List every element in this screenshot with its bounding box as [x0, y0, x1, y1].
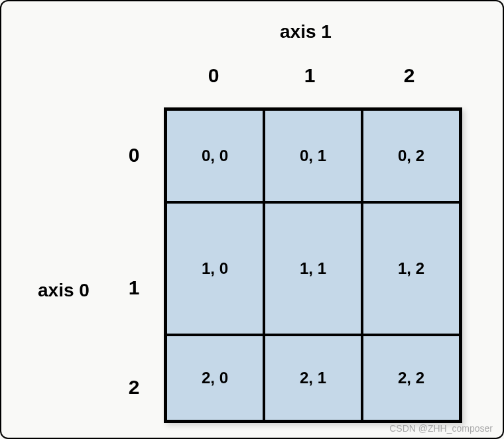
col-header-0: 0: [200, 64, 227, 87]
row-header-2: 2: [121, 376, 147, 399]
diagram-container: axis 1 axis 0 0 1 2 0 1 2 0, 0 0, 1 0, 2…: [34, 15, 472, 426]
row-header-0: 0: [121, 144, 147, 166]
col-header-2: 2: [396, 64, 422, 87]
col-header-1: 1: [296, 64, 323, 87]
cell-2-2: 2, 2: [362, 335, 460, 421]
watermark: CSDN @ZHH_composer: [389, 423, 493, 434]
cell-2-0: 2, 0: [166, 335, 264, 421]
cell-1-2: 1, 2: [362, 202, 460, 335]
axis1-label: axis 1: [280, 21, 332, 42]
cell-0-2: 0, 2: [362, 109, 460, 202]
cell-0-0: 0, 0: [166, 109, 264, 202]
row-header-1: 1: [121, 277, 147, 299]
cell-1-1: 1, 1: [264, 202, 362, 335]
cell-0-1: 0, 1: [264, 109, 362, 202]
cell-2-1: 2, 1: [264, 335, 362, 421]
cell-1-0: 1, 0: [166, 202, 264, 335]
matrix-grid: 0, 0 0, 1 0, 2 1, 0 1, 1 1, 2 2, 0 2, 1 …: [164, 107, 462, 423]
axis0-label: axis 0: [38, 280, 90, 301]
